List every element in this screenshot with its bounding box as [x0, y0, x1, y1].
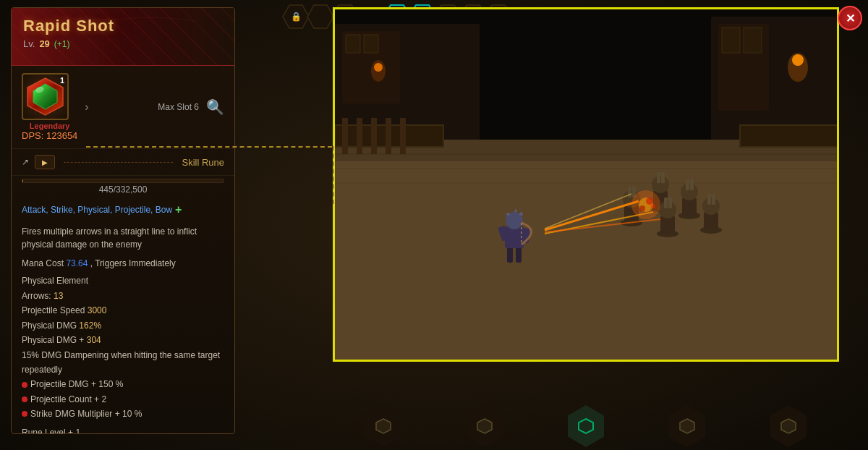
close-icon: ✕ [846, 12, 855, 25]
bonus-row-1: Projectile DMG + 150 % [22, 377, 224, 391]
link-icon: ↗ [22, 157, 29, 167]
bonus-row-3: Strike DMG Multiplier + 10 % [22, 407, 224, 421]
gem-slot[interactable]: 1 [22, 73, 69, 120]
svg-rect-58 [657, 172, 660, 183]
svg-marker-1 [307, 5, 333, 28]
bottom-hex-1[interactable] [365, 405, 401, 447]
game-viewport [333, 7, 839, 362]
stat-section-label: Physical Element [22, 276, 224, 286]
level-bonus: (+1) [54, 39, 70, 49]
svg-rect-38 [386, 118, 391, 154]
search-button[interactable]: 🔍 [206, 98, 224, 116]
red-dot-icon-2 [22, 396, 27, 402]
connector-line-vertical [333, 146, 334, 204]
gem-icon [25, 77, 65, 116]
close-button[interactable]: ✕ [838, 6, 862, 30]
bottom-hex-2[interactable] [467, 405, 503, 447]
svg-point-81 [646, 198, 653, 205]
svg-rect-64 [690, 179, 694, 190]
phys-dmg-plus-value: 304 [87, 335, 101, 345]
red-dot-icon-3 [22, 411, 27, 417]
gem-info: Max Slot 6 [96, 102, 199, 112]
rune-row: ↗ ▶ Skill Rune [12, 149, 234, 176]
svg-rect-53 [628, 187, 631, 198]
stat-arrows: Arrows: 13 [22, 289, 224, 303]
skill-rune-label: Skill Rune [182, 157, 224, 168]
skill-name: Rapid Shot [23, 17, 223, 35]
rune-play-button[interactable]: ▶ [35, 155, 55, 169]
mana-cost-value: 73.64 [66, 258, 88, 268]
arrows-value: 13 [54, 291, 63, 301]
svg-text:🔒: 🔒 [291, 11, 302, 22]
rune-level-row: Rune Level + 1 [12, 426, 234, 434]
svg-point-21 [371, 60, 386, 82]
play-icon: ▶ [42, 158, 48, 166]
svg-rect-74 [712, 194, 715, 205]
skill-description: Fires multiple arrows in a straight line… [12, 221, 234, 255]
gem-rarity: Legendary [22, 122, 77, 130]
xp-bar-background [22, 179, 224, 183]
bonus-label-3: Strike DMG Multiplier + 10 % [30, 407, 142, 421]
svg-rect-68 [664, 198, 668, 208]
game-scene-svg [335, 9, 839, 362]
mana-cost-label: Mana Cost [22, 258, 64, 268]
skill-tags: Attack, Strike, Physical, Projectile, Bo… [22, 205, 172, 215]
svg-rect-28 [335, 140, 839, 362]
stat-phys-dmg: Physical DMG 162% [22, 318, 224, 333]
svg-rect-69 [668, 198, 672, 208]
connector-line-horizontal [86, 146, 332, 148]
bottom-hex-5[interactable] [770, 405, 807, 447]
gem-arrow-icon: › [85, 101, 88, 114]
level-row: Lv. 29 (+1) [23, 38, 223, 49]
phys-dmg-value: 162 [79, 320, 93, 331]
level-value: 29 [39, 38, 49, 49]
stat-proj-speed: Projectile Speed 3000 [22, 303, 224, 318]
bonus-label-1: Projectile DMG + 150 % [30, 377, 123, 391]
svg-rect-39 [400, 118, 406, 154]
skill-panel: Rapid Shot Lv. 29 (+1) [11, 7, 235, 434]
svg-point-27 [788, 53, 808, 82]
xp-bar-fill [22, 179, 23, 182]
bottom-hex-3[interactable] [568, 405, 604, 447]
svg-rect-24 [722, 27, 740, 53]
svg-rect-63 [686, 179, 689, 190]
add-tag-button[interactable]: + [175, 203, 182, 216]
proj-speed-value: 3000 [88, 305, 107, 315]
svg-marker-86 [579, 419, 593, 433]
svg-rect-73 [707, 194, 711, 205]
panel-header: Rapid Shot Lv. 29 (+1) [12, 8, 234, 66]
xp-text: 445/332,500 [22, 184, 224, 195]
dashed-separator [64, 162, 173, 163]
svg-point-83 [651, 204, 655, 208]
svg-rect-34 [740, 125, 839, 147]
bonus-row-2: Projectile Count + 2 [22, 392, 224, 407]
svg-marker-88 [781, 419, 796, 433]
svg-marker-85 [477, 419, 492, 433]
svg-rect-37 [371, 118, 377, 154]
stat-phys-dmg-plus: Physical DMG + 304 [22, 333, 224, 347]
bottom-hex-4[interactable] [669, 405, 705, 447]
svg-rect-36 [357, 118, 362, 154]
mana-cost-suffix: , Triggers Immediately [90, 258, 176, 268]
svg-rect-19 [364, 35, 378, 53]
stat-dampening: 15% DMG Dampening when hitting the same … [22, 348, 224, 378]
svg-rect-25 [744, 27, 762, 53]
mana-cost-row: Mana Cost 73.64 , Triggers Immediately [12, 255, 234, 271]
red-dot-icon [22, 382, 27, 388]
svg-rect-18 [346, 35, 360, 53]
level-label: Lv. [23, 38, 35, 49]
svg-rect-59 [661, 172, 665, 183]
bottom-bar [333, 408, 839, 444]
svg-point-82 [639, 205, 645, 211]
bonus-label-2: Projectile Count + 2 [30, 392, 106, 407]
svg-marker-87 [680, 419, 694, 433]
svg-marker-84 [376, 419, 391, 433]
gem-dps: DPS: 123654 [22, 130, 77, 141]
tags-row: Attack, Strike, Physical, Projectile, Bo… [12, 199, 234, 221]
max-slot-label: Max Slot 6 [96, 102, 199, 112]
stats-block: Physical Element Arrows: 13 Projectile S… [12, 271, 234, 426]
game-scene [335, 9, 837, 360]
svg-rect-35 [342, 118, 348, 154]
gem-count: 1 [60, 76, 64, 85]
gem-area: 1 Legendary DPS: 123654 › Max Slot 6 🔍 [12, 66, 234, 149]
